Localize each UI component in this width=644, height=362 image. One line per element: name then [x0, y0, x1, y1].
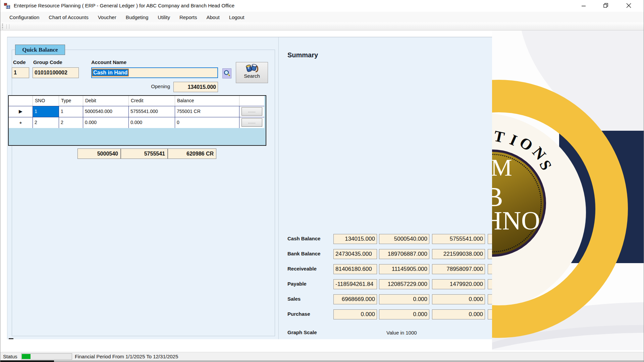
menu-item-configuration[interactable]: Configuration [5, 12, 44, 22]
minimize-button[interactable] [576, 0, 591, 11]
grid-header-type[interactable]: Type [59, 96, 83, 106]
group-code-field[interactable]: 01010100002 [33, 67, 79, 78]
row-detail-button[interactable]: ...... [241, 107, 262, 116]
cash-balance-field-1[interactable]: 134015.000 [333, 234, 377, 244]
graph-scale-label: Graph Scale [287, 329, 317, 335]
bank-balance-field-3[interactable]: 221599038.000 [432, 249, 485, 259]
receiveable-field-3[interactable]: 78958097.000 [432, 264, 485, 274]
cell-credit[interactable]: 5755541.000 [129, 106, 175, 117]
grid-header-actions [239, 96, 264, 106]
bank-balance-field-1[interactable]: 24730435.000 [333, 249, 377, 259]
bank-balance-field-4[interactable] [488, 249, 492, 259]
restore-button[interactable] [598, 0, 613, 11]
quick-balance-tab[interactable]: Quick Balance [15, 45, 65, 55]
panel-divider [278, 37, 279, 339]
progress-fill [22, 354, 31, 359]
status-progress-bar [21, 353, 72, 360]
grid-header-sno[interactable]: SNO [33, 96, 59, 106]
account-name-label: Account Name [91, 59, 126, 65]
close-icon [626, 3, 631, 8]
cell-balance[interactable]: 0 [175, 117, 239, 128]
lookup-button[interactable] [222, 68, 231, 78]
sales-field-4[interactable] [488, 294, 492, 304]
minimize-icon [581, 3, 586, 8]
total-balance-field[interactable]: 620986 CR [168, 148, 216, 159]
cash-balance-field-4[interactable] [488, 234, 492, 244]
menu-item-utility[interactable]: Utility [153, 12, 175, 22]
cell-debit[interactable]: 5000540.000 [83, 106, 129, 117]
summary-title: Summary [287, 51, 318, 59]
opening-label: Opening [128, 83, 170, 89]
purchase-field-1[interactable]: 0.000 [333, 309, 377, 319]
sales-field-1[interactable]: 6968669.000 [333, 294, 377, 304]
window-title: Enterprise Resource Planning ( ERP - Gen… [14, 3, 234, 8]
cash-balance-field-3[interactable]: 5755541.000 [432, 234, 485, 244]
app-window: Enterprise Resource Planning ( ERP - Gen… [0, 0, 644, 362]
cell-sno[interactable]: 1 [33, 106, 59, 117]
cell-sno[interactable]: 2 [33, 117, 59, 128]
receiveable-field-2[interactable]: 11145905.000 [379, 264, 429, 274]
code-field[interactable]: 1 [12, 67, 29, 78]
cash-balance-field-2[interactable]: 5000540.000 [379, 234, 429, 244]
receiveable-label: Receiveable [287, 266, 317, 272]
purchase-label: Purchase [287, 311, 310, 317]
magnifier-icon [223, 70, 231, 77]
row-indicator-new[interactable]: * [9, 117, 33, 128]
menu-item-reports[interactable]: Reports [175, 12, 202, 22]
opening-field[interactable]: 134015.000 [173, 82, 218, 92]
cell-credit[interactable]: 0.000 [129, 117, 175, 128]
close-button[interactable] [621, 0, 636, 11]
toolstrip-separator [6, 24, 7, 29]
grid-header-credit[interactable]: Credit [129, 96, 175, 106]
sales-label: Sales [287, 296, 301, 302]
grid-header-indicator[interactable] [9, 96, 33, 106]
status-label: Status [3, 354, 17, 359]
menu-item-budgeting[interactable]: Budgeting [121, 12, 153, 22]
company-logo: T I O N S M B HNO [492, 31, 644, 350]
menu-bar: Configuration Chart of Accounts Voucher … [0, 12, 644, 22]
cell-type[interactable]: 1 [59, 106, 83, 117]
purchase-field-2[interactable]: 0.000 [379, 309, 429, 319]
logo-medal-text: M [492, 154, 512, 182]
cell-debit[interactable]: 0.000 [83, 117, 129, 128]
payable-field-3[interactable]: 1479920.000 [432, 279, 485, 289]
grid-header-balance[interactable]: Balance [175, 96, 239, 106]
account-name-field[interactable]: Cash in Hand [91, 67, 218, 78]
purchase-field-3[interactable]: 0.000 [432, 309, 485, 319]
status-bar: Status Financial Period From 1/1/2025 To… [0, 352, 644, 360]
app-icon [4, 2, 10, 9]
payable-field-4[interactable] [488, 279, 492, 289]
payable-field-1[interactable]: -118594261.84 [333, 279, 377, 289]
sales-field-2[interactable]: 0.000 [379, 294, 429, 304]
cell-type[interactable]: 2 [59, 117, 83, 128]
toolstrip-grip-icon[interactable] [2, 24, 3, 29]
grid-header-debit[interactable]: Debit [83, 96, 129, 106]
menu-item-chart-of-accounts[interactable]: Chart of Accounts [44, 12, 93, 22]
group-code-label: Group Code [33, 59, 62, 65]
row-indicator[interactable]: ▶ [9, 106, 33, 117]
total-debit-field[interactable]: 5000540 [77, 148, 121, 159]
cell-balance[interactable]: 755001 CR [175, 106, 239, 117]
menu-item-voucher[interactable]: Voucher [93, 12, 121, 22]
bank-balance-field-2[interactable]: 189706887.000 [379, 249, 429, 259]
restore-icon [603, 3, 608, 8]
financial-period-text: Financial Period From 1/1/2025 To 12/31/… [75, 354, 178, 359]
title-bar: Enterprise Resource Planning ( ERP - Gen… [0, 0, 644, 12]
total-credit-field[interactable]: 5755541 [121, 148, 168, 159]
payable-field-2[interactable]: 120857229.000 [379, 279, 429, 289]
tool-strip [0, 22, 644, 31]
search-button-label: Search [236, 73, 268, 79]
receiveable-field-4[interactable] [488, 264, 492, 274]
row-detail-button[interactable]: ...... [241, 118, 262, 127]
grid-row-1: ▶ 1 1 5000540.000 5755541.000 755001 CR … [9, 106, 266, 117]
graph-scale-value: Value in 1000 [386, 330, 417, 336]
menu-item-about[interactable]: About [202, 12, 224, 22]
receiveable-field-1[interactable]: 81406180.600 [333, 264, 377, 274]
code-label: Code [13, 59, 26, 65]
bottom-edge [0, 360, 644, 362]
purchase-field-4[interactable] [488, 309, 492, 319]
menu-item-logout[interactable]: Logout [224, 12, 249, 22]
search-button[interactable]: Search [236, 62, 268, 83]
sales-field-3[interactable]: 0.000 [432, 294, 485, 304]
quick-balance-groupbox [12, 50, 275, 336]
